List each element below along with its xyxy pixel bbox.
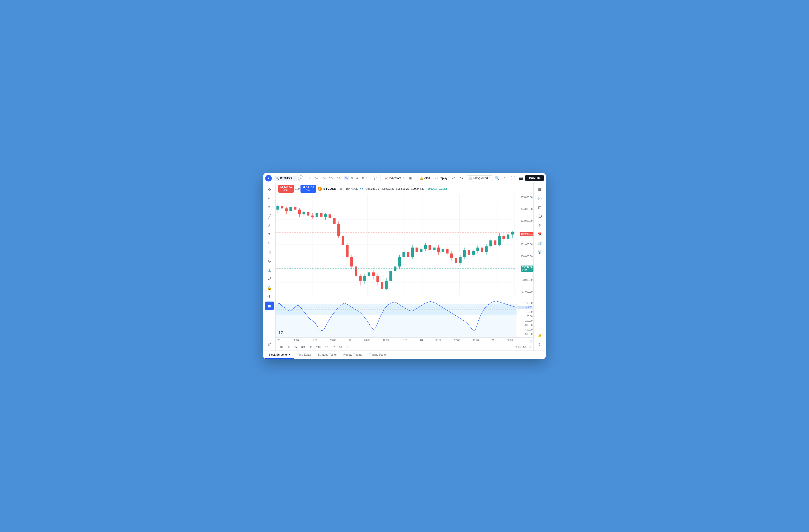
- zoom-tool[interactable]: ⊖: [265, 257, 274, 265]
- replay-icon: ⏮: [435, 176, 438, 180]
- lock-tool[interactable]: 🔒: [265, 284, 274, 292]
- tab-pine-editor[interactable]: Pine Editor: [294, 351, 315, 359]
- indicators-label: Indicators: [389, 176, 401, 180]
- price-98k: 98,000.00: [516, 279, 533, 281]
- range-5d[interactable]: 5D: [286, 345, 292, 349]
- draw-line-tool[interactable]: ╱: [265, 212, 274, 221]
- collapse-up-button[interactable]: ⌃: [528, 351, 535, 359]
- replay-label: Replay: [438, 176, 447, 180]
- tf-5m[interactable]: 5m: [314, 176, 320, 180]
- compare-range-button[interactable]: ⊞: [344, 344, 350, 350]
- fullscreen-button[interactable]: ⛶: [510, 174, 516, 182]
- tab-replay-trading[interactable]: Replay Trading: [340, 351, 366, 359]
- tf-4h[interactable]: 4h: [355, 176, 360, 180]
- symbol-search[interactable]: 🔍 BTCUSD: [274, 176, 297, 181]
- tf-20m[interactable]: 20m: [328, 176, 335, 180]
- range-1d[interactable]: 1D: [278, 345, 285, 349]
- lines-menu-tool[interactable]: ≡: [265, 203, 274, 212]
- exchange-name: BINANCE: [346, 187, 358, 190]
- chat-button[interactable]: 💬: [536, 212, 544, 221]
- time-1800-1: 18:00: [330, 339, 336, 342]
- add-symbol-button[interactable]: +: [298, 175, 303, 181]
- compare-button[interactable]: ⇄: [372, 174, 378, 182]
- cci-chart-canvas: [276, 300, 517, 337]
- range-all[interactable]: All: [338, 345, 343, 349]
- logo[interactable]: ▲: [265, 175, 272, 182]
- playground-icon: ⬜: [469, 176, 472, 180]
- time-0600-4: 06:00: [507, 339, 513, 342]
- replay-button[interactable]: ⏮ Replay: [433, 176, 449, 181]
- time-26: 26: [277, 339, 280, 342]
- tf-15m[interactable]: 15m: [320, 176, 328, 180]
- indicator-chart-icon: 📈: [384, 176, 388, 180]
- redo-button[interactable]: ↪: [458, 174, 465, 182]
- camera-button[interactable]: 📷: [517, 174, 524, 182]
- trash-tool[interactable]: 🗑: [265, 340, 274, 349]
- paint-tool[interactable]: 🖌: [265, 275, 274, 283]
- search-icon: 🔍: [276, 176, 279, 180]
- bitcoin-icon: ₿: [318, 187, 322, 191]
- help-button[interactable]: ?: [536, 340, 544, 349]
- alert-button[interactable]: 🔔 Alert: [418, 176, 432, 181]
- layers-button[interactable]: ◫: [536, 203, 544, 212]
- anchor-tool[interactable]: ⚓: [265, 266, 274, 274]
- tf-30m[interactable]: 30m: [336, 176, 343, 180]
- time-28: 28: [420, 339, 423, 342]
- target-right-button[interactable]: ⊙: [536, 221, 544, 229]
- sell-price: 99,244.30: [280, 186, 292, 189]
- calendar-button[interactable]: 📅: [536, 230, 544, 238]
- main-window: ▲ 🔍 BTCUSD + 1m 5m 15m 20m 30m 1h 2h 4h …: [263, 173, 546, 359]
- range-1y[interactable]: 1Y: [324, 345, 329, 349]
- buy-button[interactable]: 99,244.30 BUY: [300, 185, 316, 193]
- measure-tool[interactable]: ◫: [265, 248, 274, 256]
- tf-1h[interactable]: 1h: [344, 176, 349, 180]
- range-1m[interactable]: 1M: [292, 345, 299, 349]
- text-tool[interactable]: T: [265, 230, 274, 238]
- eye-tool[interactable]: 👁: [265, 293, 274, 301]
- right-sidebar: ☰ 🕐 ◫ 💬 ⊙ 📅 📊 📡 🔔 ?: [533, 183, 546, 350]
- cursor-tool[interactable]: ↖: [265, 194, 274, 203]
- pine-script-tool[interactable]: ◼: [265, 302, 274, 310]
- range-6m[interactable]: 6M: [307, 345, 314, 349]
- range-3m[interactable]: 3M: [300, 345, 306, 349]
- cci-minus200: -200.00: [517, 320, 533, 322]
- range-ytd[interactable]: YTD: [315, 345, 323, 349]
- maximize-button[interactable]: ⊡: [536, 351, 544, 359]
- chart-canvas-area[interactable]: 105,000.00 104,000.00 103,000.00 102,000…: [276, 194, 533, 300]
- crosshair-tool[interactable]: ✛: [265, 185, 274, 194]
- price-97k: 97,000.00: [516, 291, 533, 293]
- tab-trading-panel[interactable]: Trading Panel: [366, 351, 390, 359]
- undo-button[interactable]: ↩: [450, 174, 457, 182]
- tab-strategy-tester[interactable]: Strategy Tester: [315, 351, 340, 359]
- symbol-info: ₿ BTCUSD · 1h · BINANCE: [318, 187, 358, 191]
- indicators-button[interactable]: 📈 Indicators ▼: [383, 176, 406, 181]
- alerts-button[interactable]: 🔔: [536, 331, 544, 340]
- playground-dropdown-arrow: ▼: [489, 177, 491, 179]
- search-zoom-button[interactable]: 🔍: [494, 174, 501, 182]
- tab-stock-screener[interactable]: Stock Screener ▼: [265, 351, 294, 359]
- emoji-tool[interactable]: ☺: [265, 239, 274, 247]
- sell-button[interactable]: 99,244.30 SELL: [278, 185, 294, 193]
- high-value: H99,563.36: [381, 187, 394, 190]
- price-buttons: 99,244.30 SELL 0.00 99,244.30 BUY: [278, 185, 316, 193]
- feed-button[interactable]: 📡: [536, 248, 544, 256]
- clock-button[interactable]: 🕐: [536, 194, 544, 203]
- publish-button[interactable]: Publish: [525, 175, 544, 181]
- tf-1m[interactable]: 1m: [307, 176, 313, 180]
- main-area: ✛ ↖ ≡ ╱ ⤢ T ☺ ◫ ⊖ ⚓ 🖌 🔒 👁 ◼ 🗑 99,244.30: [263, 183, 546, 350]
- tab-pine-editor-label: Pine Editor: [297, 353, 311, 356]
- templates-button[interactable]: ⊞: [407, 174, 414, 182]
- timestamp-display: 11:55:05 UTC: [515, 346, 531, 348]
- target-button[interactable]: ⊙: [502, 174, 509, 182]
- analytics-button[interactable]: 📊: [536, 239, 544, 247]
- playground-button[interactable]: ⬜ Playground ▼: [467, 175, 493, 181]
- range-5y[interactable]: 5Y: [330, 345, 336, 349]
- topbar: ▲ 🔍 BTCUSD + 1m 5m 15m 20m 30m 1h 2h 4h …: [263, 173, 546, 183]
- tf-2h[interactable]: 2h: [349, 176, 355, 180]
- tab-strategy-tester-label: Strategy Tester: [318, 353, 337, 356]
- watchlist-button[interactable]: ☰: [536, 185, 544, 194]
- tf-D[interactable]: D: [361, 176, 365, 180]
- sell-label: SELL: [280, 189, 292, 192]
- time-axis: 26 06:00 12:00 18:00 27 06:00 12:00 18:0…: [276, 337, 533, 343]
- draw-arrow-tool[interactable]: ⤢: [265, 221, 274, 229]
